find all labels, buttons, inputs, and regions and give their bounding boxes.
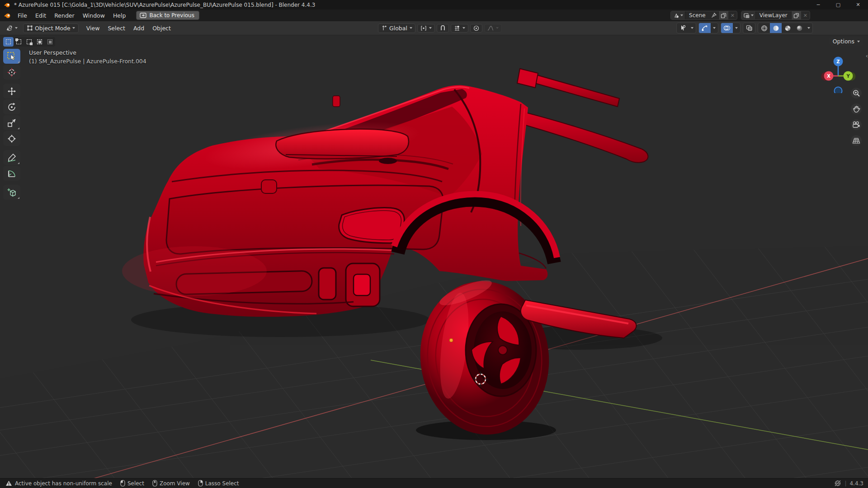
menu-window[interactable]: Window — [79, 11, 109, 20]
shading-dropdown[interactable] — [805, 23, 812, 33]
overlays-toggle-group — [721, 23, 741, 33]
menu-edit[interactable]: Edit — [31, 11, 50, 20]
solid-shading-icon — [773, 25, 779, 32]
select-set-mode[interactable] — [3, 37, 14, 47]
select-invert-mode[interactable] — [34, 37, 45, 47]
viewlayer-selector: ViewLayer ✕ — [741, 11, 810, 20]
snap-settings-dropdown[interactable] — [451, 24, 468, 33]
material-preview-icon — [784, 25, 791, 32]
shading-solid-button[interactable] — [770, 23, 782, 33]
scene-name[interactable]: Scene — [685, 12, 709, 19]
side-mirror — [261, 180, 277, 193]
select-subtract-mode[interactable] — [24, 37, 34, 47]
axis-y-label: Y — [846, 74, 850, 79]
add-cube-tool[interactable] — [3, 185, 20, 200]
viewlayer-name[interactable]: ViewLayer — [756, 12, 791, 19]
hint-select: Select — [120, 480, 144, 487]
menu-view[interactable]: View — [82, 23, 104, 33]
scale-tool[interactable] — [3, 115, 20, 130]
gizmo-dropdown[interactable] — [711, 23, 718, 33]
maximize-button[interactable]: ▢ — [828, 0, 848, 9]
cursor-tool[interactable] — [3, 65, 20, 80]
axis-z-label: Z — [836, 59, 840, 64]
snap-toggle[interactable] — [437, 24, 449, 33]
rendered-shading-icon — [796, 25, 803, 32]
xray-toggle[interactable] — [743, 23, 755, 33]
menu-add[interactable]: Add — [129, 23, 148, 33]
sidebar-collapse-arrow[interactable]: ‹ — [866, 52, 868, 59]
orthographic-toggle-button[interactable] — [851, 135, 862, 146]
select-extend-mode[interactable] — [14, 37, 24, 47]
menu-object[interactable]: Object — [148, 23, 175, 33]
navigation-gizmo[interactable]: Z X Y — [819, 43, 857, 93]
show-gizmo-toggle[interactable] — [699, 23, 711, 33]
scene-viewlayer-widgets: Scene ✕ ViewLayer ✕ — [670, 11, 810, 20]
overlays-dropdown[interactable] — [733, 23, 740, 33]
camera-view-button[interactable] — [851, 119, 862, 130]
transform-tool[interactable] — [3, 131, 20, 146]
object-origin-dot — [449, 338, 453, 342]
annotate-tool[interactable] — [3, 150, 20, 165]
mode-label: Object Mode — [35, 25, 71, 32]
scene-icon — [673, 13, 679, 19]
front-wheel — [413, 275, 557, 441]
visibility-pointer-icon — [679, 25, 686, 32]
roof-rail-upper — [525, 72, 619, 107]
viewport-3d[interactable]: User Perspective (1) SM_AzurePulse | Azu… — [0, 35, 868, 478]
window-title: * AzurePulse 015 [C:\Golda_1\3D\Vehicle\… — [14, 2, 315, 8]
fog-lamp-small — [319, 268, 336, 300]
scene-unlink-button: ✕ — [728, 13, 737, 19]
menu-help[interactable]: Help — [109, 11, 130, 20]
blender-logo-icon — [4, 2, 10, 8]
move-tool[interactable] — [3, 84, 20, 99]
show-overlays-toggle[interactable] — [721, 23, 733, 33]
shading-wireframe-button[interactable] — [758, 23, 770, 33]
shading-rendered-button[interactable] — [793, 23, 805, 33]
close-button[interactable]: ✕ — [848, 0, 868, 9]
fog-lamp-inner — [354, 274, 370, 296]
menu-select[interactable]: Select — [104, 23, 129, 33]
object-visibility-dropdown[interactable] — [676, 23, 696, 33]
overlays-icon — [723, 25, 731, 31]
roof-rail-post — [517, 69, 538, 88]
viewlayer-browse-dropdown[interactable] — [741, 11, 756, 19]
menu-file[interactable]: File — [14, 11, 31, 20]
select-intersect-mode[interactable] — [45, 37, 55, 47]
scene-browse-dropdown[interactable] — [671, 11, 685, 19]
editor-type-dropdown[interactable] — [3, 23, 20, 33]
blender-version: 4.4.3 — [849, 480, 863, 487]
mouse-middle-icon — [152, 480, 157, 487]
scene-pin-button[interactable] — [709, 11, 718, 19]
shading-material-button[interactable] — [782, 23, 793, 33]
pivot-point-dropdown[interactable] — [417, 24, 435, 33]
falloff-curve-icon — [487, 25, 494, 31]
warning-icon — [5, 480, 12, 486]
editor-3d-viewport-icon — [5, 25, 13, 32]
viewlayer-icon — [744, 13, 750, 19]
extensions-offline-icon — [834, 480, 841, 487]
snap-increment-icon — [454, 25, 460, 31]
back-to-previous-button[interactable]: Back to Previous — [136, 11, 199, 20]
hint-zoom-view: Zoom View — [152, 480, 190, 487]
minimize-button[interactable]: ─ — [808, 0, 828, 9]
pivot-icon — [420, 25, 427, 31]
blender-app-menu-icon[interactable] — [4, 13, 11, 19]
magnet-icon — [440, 25, 446, 31]
rotate-tool[interactable] — [3, 99, 20, 114]
transform-orientation-dropdown[interactable]: Global — [378, 23, 415, 33]
hint-lasso-label: Lasso Select — [205, 480, 239, 487]
scene-new-button[interactable] — [718, 11, 728, 19]
antenna-nub — [333, 96, 340, 107]
menu-render[interactable]: Render — [50, 11, 79, 20]
viewlayer-new-button[interactable] — [791, 11, 801, 19]
measure-tool[interactable] — [3, 166, 20, 181]
zoom-view-button[interactable] — [851, 88, 862, 99]
proportional-falloff-dropdown — [484, 24, 502, 33]
scene-render — [0, 35, 868, 478]
proportional-edit-toggle[interactable] — [470, 24, 482, 33]
mode-dropdown[interactable]: Object Mode — [23, 23, 79, 33]
transform-snap-cluster: Global — [378, 23, 502, 33]
pan-view-button[interactable] — [851, 103, 862, 114]
select-box-tool[interactable] — [3, 49, 20, 64]
wheel-hub — [498, 346, 507, 355]
